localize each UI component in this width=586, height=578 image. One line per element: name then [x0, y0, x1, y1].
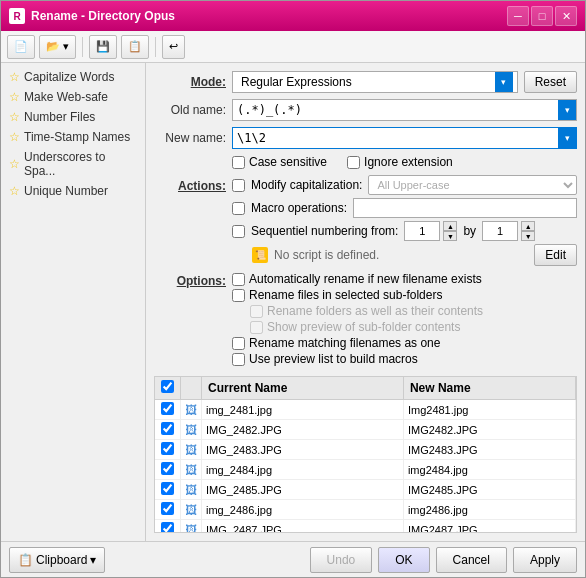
seq-from-input[interactable] — [404, 221, 440, 241]
file-icon: 🖼 — [185, 503, 197, 517]
star-icon: ☆ — [9, 90, 20, 104]
new-name-input[interactable]: \1\2 ▾ — [232, 127, 577, 149]
apply-button[interactable]: Apply — [513, 547, 577, 573]
sidebar-item-underscores[interactable]: ☆ Underscores to Spa... — [1, 147, 145, 181]
table-row[interactable]: 🖼 IMG_2487.JPG IMG2487.JPG — [155, 520, 576, 534]
macro-ops-checkbox[interactable] — [232, 202, 245, 215]
seq-from-down-button[interactable]: ▼ — [443, 231, 457, 241]
row-checkbox-cell[interactable] — [155, 520, 181, 534]
row-checkbox[interactable] — [161, 522, 174, 533]
case-sensitive-checkbox[interactable] — [232, 156, 245, 169]
row-checkbox[interactable] — [161, 462, 174, 475]
use-preview-checkbox[interactable] — [232, 353, 245, 366]
row-checkbox[interactable] — [161, 422, 174, 435]
row-checkbox-cell[interactable] — [155, 460, 181, 480]
mode-row: Mode: Regular Expressions ▾ Reset — [154, 71, 577, 93]
rename-subfolders-option[interactable]: Rename files in selected sub-folders — [232, 288, 577, 302]
sidebar-item-make-web-safe[interactable]: ☆ Make Web-safe — [1, 87, 145, 107]
seq-from-up-button[interactable]: ▲ — [443, 221, 457, 231]
save-button[interactable]: 💾 — [89, 35, 117, 59]
table-row[interactable]: 🖼 IMG_2482.JPG IMG2482.JPG — [155, 420, 576, 440]
rename-matching-checkbox[interactable] — [232, 337, 245, 350]
maximize-button[interactable]: □ — [531, 6, 553, 26]
modify-cap-checkbox[interactable] — [232, 179, 245, 192]
save-as-button[interactable]: 📋 — [121, 35, 149, 59]
new-name-dropdown-arrow-icon[interactable]: ▾ — [558, 128, 576, 148]
old-name-label: Old name: — [154, 103, 226, 117]
table-row[interactable]: 🖼 IMG_2485.JPG IMG2485.JPG — [155, 480, 576, 500]
rename-folders-option[interactable]: Rename folders as well as their contents — [250, 304, 577, 318]
use-preview-label: Use preview list to build macros — [249, 352, 418, 366]
show-preview-option[interactable]: Show preview of sub-folder contents — [250, 320, 577, 334]
star-icon: ☆ — [9, 70, 20, 84]
rename-subfolders-checkbox[interactable] — [232, 289, 245, 302]
row-checkbox-cell[interactable] — [155, 500, 181, 520]
seq-by-up-button[interactable]: ▲ — [521, 221, 535, 231]
file-icon: 🖼 — [185, 523, 197, 534]
sidebar-item-number-files[interactable]: ☆ Number Files — [1, 107, 145, 127]
undo-icon: ↩ — [169, 40, 178, 53]
table-header-check — [155, 377, 181, 400]
sidebar-item-unique-number[interactable]: ☆ Unique Number — [1, 181, 145, 201]
new-name-cell: IMG2487.JPG — [403, 520, 575, 534]
sequential-checkbox[interactable] — [232, 225, 245, 238]
row-icon-cell: 🖼 — [181, 460, 202, 480]
old-name-dropdown-arrow-icon[interactable]: ▾ — [558, 100, 576, 120]
actions-label: Actions: — [154, 175, 226, 193]
row-checkbox[interactable] — [161, 502, 174, 515]
row-checkbox-cell[interactable] — [155, 480, 181, 500]
close-button[interactable]: ✕ — [555, 6, 577, 26]
old-name-input[interactable]: (.*)_(.*) ▾ — [232, 99, 577, 121]
undo-button[interactable]: Undo — [310, 547, 373, 573]
row-checkbox-cell[interactable] — [155, 400, 181, 420]
table-row[interactable]: 🖼 img_2484.jpg img2484.jpg — [155, 460, 576, 480]
show-preview-checkbox — [250, 321, 263, 334]
table-row[interactable]: 🖼 img_2486.jpg img2486.jpg — [155, 500, 576, 520]
row-checkbox[interactable] — [161, 482, 174, 495]
sequential-row: Sequentiel numbering from: ▲ ▼ by — [232, 221, 577, 241]
table-row[interactable]: 🖼 img_2481.jpg Img2481.jpg — [155, 400, 576, 420]
case-sensitive-checkbox-label[interactable]: Case sensitive — [232, 155, 327, 169]
minimize-button[interactable]: ─ — [507, 6, 529, 26]
rename-folders-checkbox — [250, 305, 263, 318]
auto-rename-option[interactable]: Automatically rename if new filename exi… — [232, 272, 577, 286]
modify-cap-row: Modify capitalization: All Upper-caseAll… — [232, 175, 577, 195]
cancel-button[interactable]: Cancel — [436, 547, 507, 573]
edit-script-button[interactable]: Edit — [534, 244, 577, 266]
new-button[interactable]: 📄 — [7, 35, 35, 59]
preview-table-container[interactable]: Current Name New Name 🖼 img_2481.jpg Img… — [154, 376, 577, 533]
auto-rename-checkbox[interactable] — [232, 273, 245, 286]
mode-dropdown-arrow-icon[interactable]: ▾ — [495, 72, 513, 92]
sidebar-item-capitalize-words[interactable]: ☆ Capitalize Words — [1, 67, 145, 87]
clipboard-button[interactable]: 📋 Clipboard ▾ — [9, 547, 105, 573]
reset-button[interactable]: Reset — [524, 71, 577, 93]
use-preview-option[interactable]: Use preview list to build macros — [232, 352, 577, 366]
seq-by-input[interactable] — [482, 221, 518, 241]
modify-cap-select[interactable]: All Upper-caseAll Lower-caseCapitalize W… — [368, 175, 577, 195]
actions-content: Modify capitalization: All Upper-caseAll… — [232, 175, 577, 266]
select-all-checkbox[interactable] — [161, 380, 174, 393]
file-icon: 🖼 — [185, 443, 197, 457]
ignore-extension-checkbox-label[interactable]: Ignore extension — [347, 155, 453, 169]
current-name-cell: img_2484.jpg — [202, 460, 404, 480]
sidebar-item-time-stamp[interactable]: ☆ Time-Stamp Names — [1, 127, 145, 147]
ok-button[interactable]: OK — [378, 547, 429, 573]
row-checkbox[interactable] — [161, 402, 174, 415]
star-icon: ☆ — [9, 184, 20, 198]
rename-matching-option[interactable]: Rename matching filenames as one — [232, 336, 577, 350]
new-name-value: \1\2 — [233, 131, 558, 145]
clipboard-icon: 📋 — [18, 553, 33, 567]
open-button[interactable]: 📂 ▾ — [39, 35, 76, 59]
table-row[interactable]: 🖼 IMG_2483.JPG IMG2483.JPG — [155, 440, 576, 460]
macro-ops-input[interactable] — [353, 198, 577, 218]
row-checkbox[interactable] — [161, 442, 174, 455]
row-checkbox-cell[interactable] — [155, 440, 181, 460]
undo-history-button[interactable]: ↩ — [162, 35, 185, 59]
options-section-row: Options: Automatically rename if new fil… — [154, 272, 577, 366]
seq-by-down-button[interactable]: ▼ — [521, 231, 535, 241]
mode-dropdown[interactable]: Regular Expressions ▾ — [232, 71, 518, 93]
row-checkbox-cell[interactable] — [155, 420, 181, 440]
rename-subfolders-label: Rename files in selected sub-folders — [249, 288, 442, 302]
ignore-extension-checkbox[interactable] — [347, 156, 360, 169]
save-as-icon: 📋 — [128, 40, 142, 53]
